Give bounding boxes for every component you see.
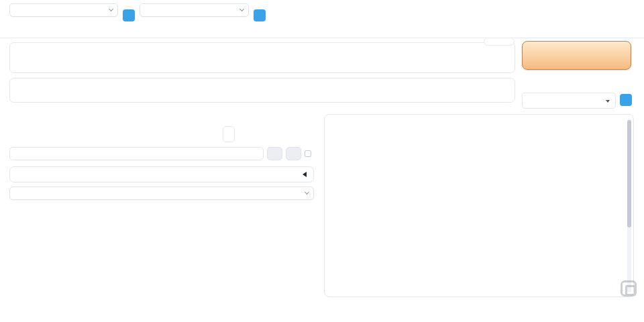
checkpoint-select[interactable] (9, 3, 118, 17)
script-select[interactable] (9, 186, 314, 200)
checkpoint-field (9, 2, 118, 17)
chevron-down-icon (305, 190, 309, 195)
chevron-down-icon (109, 7, 113, 11)
swap-dimensions-button[interactable] (223, 126, 235, 142)
refresh-vae-button[interactable] (254, 9, 266, 21)
output-gallery (324, 114, 634, 297)
sd-vae-select[interactable] (140, 3, 249, 17)
txt2img-settings (9, 111, 314, 200)
additional-networks-accordion[interactable] (9, 166, 314, 182)
prompt-input[interactable] (9, 42, 515, 73)
checkbox-icon (305, 150, 311, 157)
dimensions-row (9, 126, 314, 142)
random-seed-button[interactable] (267, 147, 282, 160)
dropdown-arrow-icon (606, 100, 610, 103)
seed-section (9, 147, 314, 160)
refresh-checkpoint-button[interactable] (123, 9, 135, 21)
refresh-styles-button[interactable] (620, 94, 632, 106)
seed-input[interactable] (9, 147, 264, 160)
generate-button[interactable] (522, 41, 631, 70)
sd-vae-field (140, 2, 249, 17)
tab-bar (0, 23, 644, 38)
token-counter (484, 38, 515, 46)
stable-diffusion-webui (0, 0, 644, 322)
reuse-seed-button[interactable] (286, 147, 301, 160)
scrollbar-thumb[interactable] (627, 120, 631, 227)
collapse-arrow-icon (303, 172, 307, 177)
top-bar (9, 2, 382, 21)
negative-prompt-input[interactable] (9, 78, 515, 103)
clip-skip-slider[interactable] (274, 2, 382, 3)
styles-select[interactable] (522, 93, 616, 109)
extra-seed-checkbox[interactable] (305, 150, 314, 157)
chevron-down-icon (239, 7, 244, 11)
gallery-scrollbar[interactable] (627, 119, 631, 292)
